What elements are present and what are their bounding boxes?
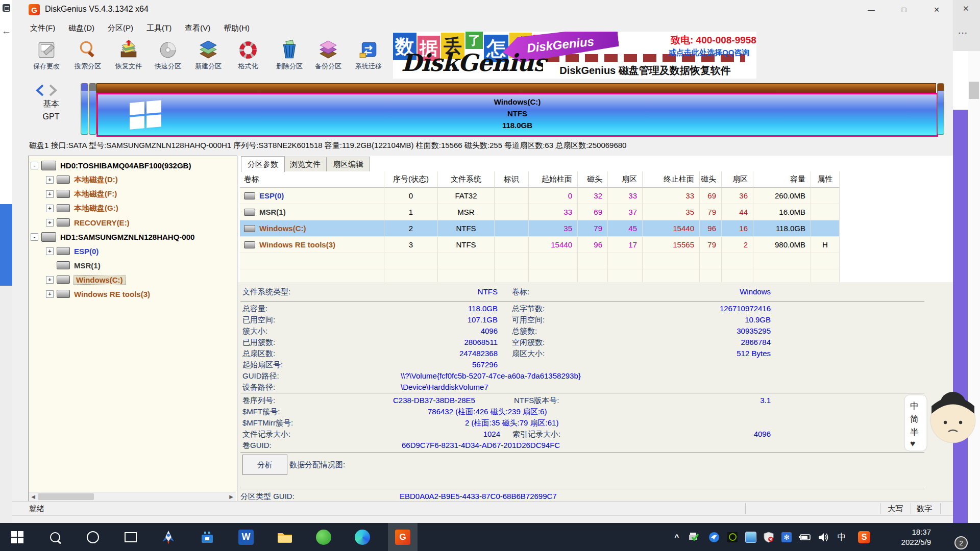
notification-badge[interactable]: 2 bbox=[954, 536, 968, 549]
tab-sector-edit[interactable]: 扇区编辑 bbox=[326, 157, 370, 171]
column-header[interactable]: 扇区 bbox=[722, 171, 753, 188]
expand-toggle-icon[interactable]: + bbox=[46, 219, 54, 227]
column-header[interactable]: 文件系统 bbox=[438, 171, 495, 188]
ime-mode-chinese[interactable]: 中 bbox=[910, 400, 919, 412]
ime-floating-widget[interactable]: 中 简 半 ♥ bbox=[903, 391, 980, 453]
tab-partition-params[interactable]: 分区参数 bbox=[241, 156, 285, 172]
maximize-button[interactable]: □ bbox=[888, 0, 920, 19]
taskbar-clock[interactable]: 18:37 2022/5/9 bbox=[878, 523, 931, 551]
promo-banner[interactable]: 数 据 丢 了 怎 么 ! DiskGenius 致电: 400-008-995… bbox=[393, 32, 756, 79]
close-button[interactable]: ✕ bbox=[920, 0, 953, 19]
taskbar-search-button[interactable] bbox=[47, 523, 63, 551]
expand-toggle-icon[interactable]: + bbox=[46, 290, 54, 298]
expand-toggle-icon[interactable]: - bbox=[31, 233, 38, 241]
save-changes-button[interactable]: 保存更改 bbox=[27, 40, 66, 77]
column-header[interactable]: 磁头 bbox=[700, 171, 722, 188]
task-view-button[interactable] bbox=[122, 523, 139, 551]
column-header[interactable]: 标识 bbox=[495, 171, 529, 188]
tray-defender-icon[interactable] bbox=[762, 523, 775, 551]
column-header[interactable]: 卷标 bbox=[240, 171, 384, 188]
tray-snowflake-icon[interactable]: ✻ bbox=[780, 523, 793, 551]
tree-item-esp[interactable]: + ESP(0) bbox=[46, 244, 99, 258]
scroll-right-icon[interactable]: ▶ bbox=[227, 492, 236, 501]
disk-nav-arrows[interactable] bbox=[35, 84, 61, 97]
tree-item-hd1[interactable]: - HD1:SAMSUNGMZNLN128HAHQ-000 bbox=[31, 230, 194, 243]
analyze-button[interactable]: 分析 bbox=[242, 455, 287, 475]
tree-item-recovery-e[interactable]: + RECOVERY(E:) bbox=[46, 216, 130, 229]
table-row-msr[interactable]: MSR(1) bbox=[240, 204, 384, 220]
column-header[interactable]: 属性 bbox=[811, 171, 840, 188]
expand-toggle-icon[interactable]: - bbox=[31, 162, 38, 169]
menu-tools[interactable]: 工具(T) bbox=[140, 21, 178, 35]
column-header[interactable]: 磁头 bbox=[578, 171, 608, 188]
table-row-re-tools[interactable]: Windows RE tools(3) bbox=[240, 237, 384, 253]
back-arrow-icon[interactable]: ← bbox=[2, 26, 11, 37]
tray-printer-icon[interactable] bbox=[687, 523, 700, 551]
tree-item-local-g[interactable]: + 本地磁盘(G:) bbox=[46, 202, 118, 215]
tray-battery-icon[interactable] bbox=[797, 523, 813, 551]
expand-toggle-icon[interactable]: + bbox=[46, 276, 54, 284]
taskbar-app-browser-green[interactable] bbox=[313, 523, 334, 551]
tree-item-re-tools[interactable]: + Windows RE tools(3) bbox=[46, 287, 150, 300]
column-header[interactable]: 序号(状态) bbox=[384, 171, 438, 188]
taskbar-app-explorer[interactable] bbox=[275, 523, 295, 551]
cortana-button[interactable] bbox=[85, 523, 101, 551]
taskbar-app-word[interactable]: W bbox=[236, 523, 256, 551]
expand-toggle-icon[interactable]: + bbox=[46, 176, 54, 184]
format-button[interactable]: 格式化 bbox=[229, 40, 267, 77]
tray-sogou-icon[interactable]: S bbox=[856, 523, 872, 551]
start-button[interactable] bbox=[9, 523, 26, 551]
ime-mode-halfwidth[interactable]: 半 bbox=[910, 427, 919, 438]
table-row-esp[interactable]: ESP(0) bbox=[240, 188, 384, 204]
ime-heart-icon[interactable]: ♥ bbox=[910, 439, 915, 449]
menu-partition[interactable]: 分区(P) bbox=[101, 21, 140, 35]
column-header[interactable]: 终止柱面 bbox=[643, 171, 700, 188]
tray-nvidia-icon[interactable] bbox=[726, 523, 739, 551]
search-partition-button[interactable]: 搜索分区 bbox=[68, 40, 107, 77]
partition-block-re-tools[interactable] bbox=[937, 83, 944, 135]
expand-toggle-icon[interactable]: + bbox=[46, 190, 54, 198]
background-app-icon[interactable] bbox=[3, 4, 10, 12]
partition-block-windows-c[interactable]: Windows(C:) NTFS 118.0GB bbox=[96, 83, 935, 134]
scrollbar-thumb[interactable] bbox=[38, 493, 94, 500]
tree-item-msr[interactable]: MSR(1) bbox=[57, 259, 101, 272]
tray-feishu-icon[interactable] bbox=[707, 523, 721, 551]
tab-browse-files[interactable]: 浏览文件 bbox=[283, 157, 327, 171]
menu-view[interactable]: 查看(V) bbox=[178, 21, 217, 35]
menu-disk[interactable]: 磁盘(D) bbox=[62, 21, 101, 35]
tree-item-hd0[interactable]: - HD0:TOSHIBAMQ04ABF100(932GB) bbox=[31, 159, 191, 172]
background-scrollbar-thumb[interactable] bbox=[969, 82, 979, 99]
table-row-windows-c-selected[interactable]: Windows(C:) bbox=[240, 220, 384, 237]
ime-mode-simplified[interactable]: 简 bbox=[910, 413, 919, 425]
taskbar-app-store[interactable] bbox=[197, 523, 217, 551]
tree-item-local-d[interactable]: + 本地磁盘(D:) bbox=[46, 173, 118, 186]
background-close-icon[interactable]: ✕ bbox=[963, 4, 969, 13]
backup-partition-button[interactable]: 备份分区 bbox=[309, 40, 348, 77]
taskbar-app-diskgenius-active[interactable]: G bbox=[388, 523, 418, 551]
partition-block-msr[interactable] bbox=[89, 83, 96, 135]
tree-item-local-f[interactable]: + 本地磁盘(F:) bbox=[46, 187, 117, 201]
tray-ime-indicator[interactable]: 中 bbox=[835, 523, 848, 551]
new-partition-button[interactable]: 新建分区 bbox=[189, 40, 228, 77]
partition-block-esp[interactable] bbox=[81, 83, 88, 135]
system-migration-button[interactable]: 系统迁移 bbox=[349, 40, 388, 77]
tree-item-windows-c[interactable]: + Windows(C:) bbox=[46, 273, 125, 286]
recover-files-button[interactable]: 恢复文件 bbox=[109, 40, 148, 77]
taskbar-app-edge[interactable] bbox=[352, 523, 373, 551]
menu-help[interactable]: 帮助(H) bbox=[217, 21, 256, 35]
tray-volume-icon[interactable] bbox=[817, 523, 831, 551]
column-header[interactable]: 起始柱面 bbox=[529, 171, 578, 188]
column-header[interactable]: 容量 bbox=[753, 171, 811, 188]
minimize-button[interactable]: — bbox=[855, 0, 888, 19]
tree-horizontal-scrollbar[interactable]: ◀ ▶ bbox=[29, 492, 236, 502]
quick-partition-button[interactable]: 快速分区 bbox=[149, 40, 187, 77]
tray-intel-graphics-icon[interactable] bbox=[744, 523, 757, 551]
delete-partition-button[interactable]: 删除分区 bbox=[270, 40, 309, 77]
banner-qq-link[interactable]: 或点击此处选择QQ咨询 bbox=[669, 48, 756, 58]
expand-toggle-icon[interactable]: + bbox=[46, 205, 54, 212]
taskbar-app-rocket[interactable] bbox=[158, 523, 179, 551]
expand-toggle-icon[interactable]: + bbox=[46, 247, 54, 255]
tray-expand-icon[interactable]: ^ bbox=[671, 523, 683, 551]
column-header[interactable]: 扇区 bbox=[608, 171, 643, 188]
scroll-left-icon[interactable]: ◀ bbox=[29, 492, 38, 501]
